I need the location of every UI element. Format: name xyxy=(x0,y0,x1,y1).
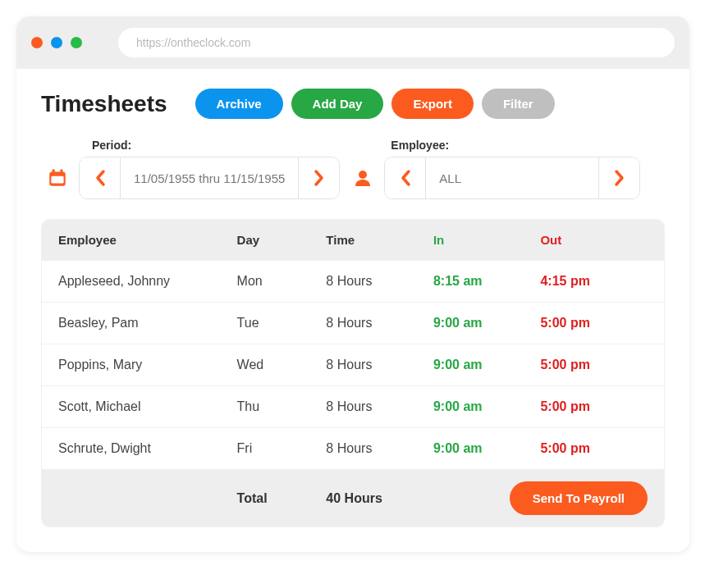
table-row[interactable]: Appleseed, Johnny Mon 8 Hours 8:15 am 4:… xyxy=(42,260,664,302)
person-icon xyxy=(351,166,374,189)
chevron-right-icon xyxy=(614,169,625,187)
page-title: Timesheets xyxy=(41,91,167,117)
cell-time: 8 Hours xyxy=(326,358,433,372)
table-row[interactable]: Schrute, Dwight Fri 8 Hours 9:00 am 5:00… xyxy=(42,427,664,469)
cell-out: 4:15 pm xyxy=(540,274,648,289)
employee-label: Employee: xyxy=(351,139,640,152)
cell-time: 8 Hours xyxy=(326,399,433,414)
send-to-payroll-button[interactable]: Send To Payroll xyxy=(510,481,648,515)
total-value: 40 Hours xyxy=(326,491,433,506)
cell-day: Mon xyxy=(237,274,327,289)
close-window-icon[interactable] xyxy=(31,37,43,48)
employee-filter-group: Employee: ALL xyxy=(351,139,640,199)
cell-employee: Poppins, Mary xyxy=(58,358,237,372)
cell-in: 9:00 am xyxy=(433,441,541,456)
chevron-right-icon xyxy=(314,169,325,187)
add-day-button[interactable]: Add Day xyxy=(291,89,384,119)
filter-row: Period: 11/05/1955 thru 11/15/1955 xyxy=(41,139,665,199)
total-label: Total xyxy=(237,491,327,506)
cell-day: Thu xyxy=(237,399,327,414)
cell-out: 5:00 pm xyxy=(540,441,648,456)
cell-time: 8 Hours xyxy=(326,274,433,289)
traffic-lights xyxy=(31,37,82,48)
maximize-window-icon[interactable] xyxy=(71,37,82,48)
chevron-left-icon xyxy=(400,169,411,187)
cell-out: 5:00 pm xyxy=(540,399,648,414)
period-next-button[interactable] xyxy=(298,157,339,198)
cell-day: Fri xyxy=(237,441,327,456)
filter-button[interactable]: Filter xyxy=(482,89,555,119)
employee-prev-button[interactable] xyxy=(385,157,426,198)
cell-in: 9:00 am xyxy=(433,358,541,372)
cell-employee: Schrute, Dwight xyxy=(58,441,237,456)
period-value-button[interactable]: 11/05/1955 thru 11/15/1955 xyxy=(121,157,298,198)
cell-in: 8:15 am xyxy=(433,274,541,289)
period-inline: 11/05/1955 thru 11/15/1955 xyxy=(46,157,340,199)
cell-day: Wed xyxy=(237,358,327,372)
export-button[interactable]: Export xyxy=(391,89,474,119)
table-row[interactable]: Poppins, Mary Wed 8 Hours 9:00 am 5:00 p… xyxy=(42,344,664,385)
content-area: Timesheets Archive Add Day Export Filter… xyxy=(16,69,689,552)
minimize-window-icon[interactable] xyxy=(51,37,62,48)
svg-rect-3 xyxy=(51,176,63,184)
header-row: Timesheets Archive Add Day Export Filter xyxy=(41,89,665,119)
table-row[interactable]: Beasley, Pam Tue 8 Hours 9:00 am 5:00 pm xyxy=(42,302,664,344)
cell-employee: Appleseed, Johnny xyxy=(58,274,237,289)
cell-employee: Beasley, Pam xyxy=(58,316,237,330)
table-footer: Total 40 Hours Send To Payroll xyxy=(42,469,664,526)
cell-out: 5:00 pm xyxy=(540,358,648,372)
cell-in: 9:00 am xyxy=(433,399,541,414)
url-bar[interactable]: https://ontheclock.com xyxy=(118,28,675,57)
th-day: Day xyxy=(237,233,327,247)
period-prev-button[interactable] xyxy=(80,157,121,198)
calendar-icon xyxy=(46,166,69,189)
th-in: In xyxy=(433,233,541,247)
employee-value-button[interactable]: ALL xyxy=(426,157,598,198)
period-selector: 11/05/1955 thru 11/15/1955 xyxy=(79,157,340,199)
period-filter-group: Period: 11/05/1955 thru 11/15/1955 xyxy=(46,139,340,199)
cell-time: 8 Hours xyxy=(326,441,433,456)
th-out: Out xyxy=(540,233,648,247)
th-time: Time xyxy=(326,233,433,247)
employee-inline: ALL xyxy=(351,157,640,199)
th-employee: Employee xyxy=(58,233,237,247)
timesheet-table: Employee Day Time In Out Appleseed, John… xyxy=(41,219,665,527)
browser-bar: https://ontheclock.com xyxy=(16,16,689,69)
cell-employee: Scott, Michael xyxy=(58,399,237,414)
app-window: https://ontheclock.com Timesheets Archiv… xyxy=(16,16,689,552)
cell-day: Tue xyxy=(237,316,327,330)
chevron-left-icon xyxy=(94,169,106,187)
cell-in: 9:00 am xyxy=(433,316,541,330)
table-row[interactable]: Scott, Michael Thu 8 Hours 9:00 am 5:00 … xyxy=(42,385,664,427)
employee-next-button[interactable] xyxy=(598,157,639,198)
archive-button[interactable]: Archive xyxy=(195,89,283,119)
cell-time: 8 Hours xyxy=(326,316,433,330)
cell-out: 5:00 pm xyxy=(540,316,648,330)
svg-rect-1 xyxy=(53,169,55,173)
employee-selector: ALL xyxy=(384,157,640,199)
table-header: Employee Day Time In Out xyxy=(42,220,664,260)
svg-rect-2 xyxy=(60,169,62,173)
svg-point-4 xyxy=(359,171,367,179)
period-label: Period: xyxy=(46,139,340,152)
